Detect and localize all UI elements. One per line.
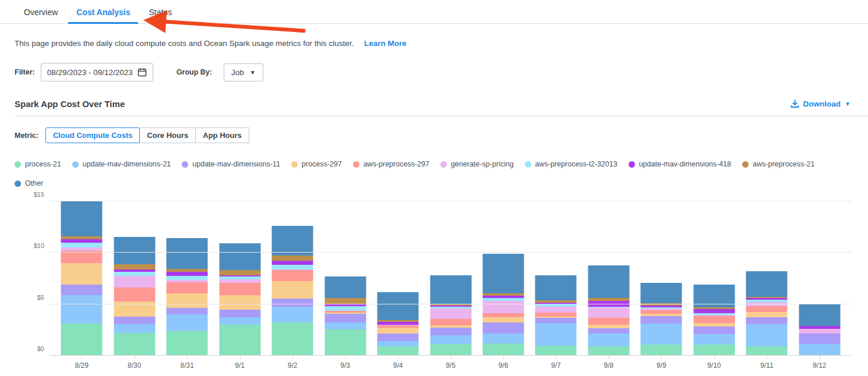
bar-segment-other[interactable] <box>377 292 419 320</box>
bar-segment-other[interactable] <box>324 276 366 298</box>
bar-segment-update-mav-dimensions-21[interactable] <box>693 334 735 345</box>
legend-item-aws-preprocess-l2-32013[interactable]: aws-preprocess-l2-32013 <box>525 160 618 168</box>
bar-segment-process-21[interactable] <box>324 329 366 356</box>
bar-segment-update-mav-dimensions-418[interactable] <box>272 261 313 265</box>
bar-segment-process-21[interactable] <box>535 346 577 356</box>
bar-segment-aws-preprocess-l2-32013[interactable] <box>61 243 103 248</box>
bar-segment-update-mav-dimensions-11[interactable] <box>588 328 629 334</box>
download-button[interactable]: Download ▼ <box>791 100 851 108</box>
bar-segment-update-mav-dimensions-21[interactable] <box>61 295 103 324</box>
bar-segment-process-21[interactable] <box>61 324 103 356</box>
bar-segment-update-mav-dimensions-11[interactable] <box>272 299 313 307</box>
metric-option-cloud-compute-costs[interactable]: Cloud Compute Costs <box>45 127 140 143</box>
bar-segment-update-mav-dimensions-11[interactable] <box>799 334 840 344</box>
bar-segment-process-297[interactable] <box>272 281 313 299</box>
bar-segment-process-297[interactable] <box>219 295 260 310</box>
bar-segment-process-21[interactable] <box>641 345 682 356</box>
bar-segment-update-mav-dimensions-11[interactable] <box>219 310 260 317</box>
bar-segment-process-21[interactable] <box>272 322 313 356</box>
bar-segment-process-21[interactable] <box>693 345 735 356</box>
legend-item-aws-preprocess-21[interactable]: aws-preprocess-21 <box>742 160 814 168</box>
bar-segment-aws-preprocess-l2-32013[interactable] <box>272 265 313 269</box>
bar-segment-update-mav-dimensions-21[interactable] <box>535 323 577 346</box>
bar-segment-process-21[interactable] <box>219 325 260 356</box>
bar-segment-aws-preprocess-l2-32013[interactable] <box>167 276 208 280</box>
bar-segment-aws-preprocess-297[interactable] <box>535 313 577 317</box>
bar-segment-other[interactable] <box>799 304 840 326</box>
bar-segment-aws-preprocess-297[interactable] <box>219 283 260 295</box>
bar-segment-aws-preprocess-21[interactable] <box>272 256 313 261</box>
bar-segment-other[interactable] <box>430 275 471 303</box>
bar-segment-generate-sp-pricing[interactable] <box>588 307 629 318</box>
bar-segment-generate-sp-pricing[interactable] <box>535 307 577 313</box>
bar-segment-other[interactable] <box>272 226 313 256</box>
bar-segment-aws-preprocess-297[interactable] <box>588 318 629 324</box>
legend-item-process-21[interactable]: process-21 <box>15 160 61 168</box>
bar-segment-aws-preprocess-l2-32013[interactable] <box>324 306 366 311</box>
bar-segment-update-mav-dimensions-11[interactable] <box>693 327 735 334</box>
legend-item-other[interactable]: Other <box>15 179 43 187</box>
legend-item-update-mav-dimensions-11[interactable]: update-mav-dimensions-11 <box>182 160 280 168</box>
bar-segment-update-mav-dimensions-21[interactable] <box>746 324 788 346</box>
bar-segment-aws-preprocess-297[interactable] <box>114 288 155 301</box>
bar-segment-other[interactable] <box>588 265 629 299</box>
bar-segment-aws-preprocess-297[interactable] <box>167 282 208 293</box>
bar-segment-update-mav-dimensions-21[interactable] <box>114 324 155 333</box>
bar-segment-update-mav-dimensions-21[interactable] <box>799 344 840 356</box>
bar-segment-update-mav-dimensions-11[interactable] <box>482 322 524 333</box>
bar-segment-process-21[interactable] <box>167 331 208 356</box>
metric-option-app-hours[interactable]: App Hours <box>195 127 249 143</box>
legend-item-update-mav-dimensions-418[interactable]: update-mav-dimensions-418 <box>629 160 731 168</box>
bar-segment-update-mav-dimensions-21[interactable] <box>482 334 524 344</box>
tab-overview[interactable]: Overview <box>15 2 67 23</box>
bar-segment-other[interactable] <box>167 238 208 269</box>
tab-cost-analysis[interactable]: Cost Analysis <box>67 2 139 23</box>
date-range-input[interactable]: 08/29/2023 - 09/12/2023 <box>41 63 153 81</box>
bar-segment-update-mav-dimensions-11[interactable] <box>167 308 208 314</box>
bar-segment-update-mav-dimensions-11[interactable] <box>61 285 103 295</box>
bar-segment-update-mav-dimensions-11[interactable] <box>641 316 682 324</box>
bar-segment-update-mav-dimensions-11[interactable] <box>535 318 577 323</box>
bar-segment-update-mav-dimensions-21[interactable] <box>272 307 313 322</box>
bar-segment-aws-preprocess-21[interactable] <box>114 264 155 269</box>
legend-item-process-297[interactable]: process-297 <box>291 160 342 168</box>
bar-segment-process-21[interactable] <box>430 344 471 356</box>
group-by-select[interactable]: Job ▼ <box>224 63 263 81</box>
tab-status[interactable]: Status <box>139 2 181 23</box>
bar-segment-aws-preprocess-l2-32013[interactable] <box>114 272 155 276</box>
bar-segment-process-297[interactable] <box>167 293 208 308</box>
bar-segment-other[interactable] <box>535 275 577 300</box>
bar-segment-update-mav-dimensions-11[interactable] <box>324 314 366 322</box>
bar-segment-other[interactable] <box>641 283 682 303</box>
bar-segment-process-297[interactable] <box>482 317 524 322</box>
bar-segment-generate-sp-pricing[interactable] <box>114 276 155 288</box>
bar-segment-aws-preprocess-21[interactable] <box>219 270 260 275</box>
bar-segment-aws-preprocess-297[interactable] <box>482 313 524 318</box>
bar-segment-update-mav-dimensions-21[interactable] <box>588 334 629 346</box>
bar-segment-update-mav-dimensions-21[interactable] <box>377 341 419 346</box>
bar-segment-generate-sp-pricing[interactable] <box>482 301 524 313</box>
bar-segment-update-mav-dimensions-21[interactable] <box>219 317 260 325</box>
bar-segment-update-mav-dimensions-11[interactable] <box>114 317 155 324</box>
bar-segment-generate-sp-pricing[interactable] <box>430 308 471 319</box>
bar-segment-other[interactable] <box>219 243 260 270</box>
learn-more-link[interactable]: Learn More <box>364 39 407 48</box>
bar-segment-other[interactable] <box>746 271 788 296</box>
bar-segment-aws-preprocess-297[interactable] <box>746 306 788 312</box>
bar-segment-update-mav-dimensions-21[interactable] <box>430 335 471 344</box>
bar-segment-aws-preprocess-297[interactable] <box>693 316 735 323</box>
bar-segment-process-297[interactable] <box>61 263 103 285</box>
metric-option-core-hours[interactable]: Core Hours <box>139 127 196 143</box>
bar-segment-aws-preprocess-297[interactable] <box>272 270 313 281</box>
bar-segment-update-mav-dimensions-11[interactable] <box>746 317 788 324</box>
bar-segment-update-mav-dimensions-21[interactable] <box>641 324 682 345</box>
bar-segment-other[interactable] <box>482 254 524 293</box>
bar-segment-process-297[interactable] <box>746 312 788 317</box>
bar-segment-process-21[interactable] <box>114 333 155 356</box>
legend-item-generate-sp-pricing[interactable]: generate-sp-pricing <box>440 160 514 168</box>
bar-segment-update-mav-dimensions-21[interactable] <box>167 314 208 331</box>
bar-segment-generate-sp-pricing[interactable] <box>799 329 840 334</box>
bar-segment-update-mav-dimensions-11[interactable] <box>430 328 471 335</box>
bar-segment-process-21[interactable] <box>482 343 524 356</box>
legend-item-aws-preprocess-297[interactable]: aws-preprocess-297 <box>353 160 429 168</box>
